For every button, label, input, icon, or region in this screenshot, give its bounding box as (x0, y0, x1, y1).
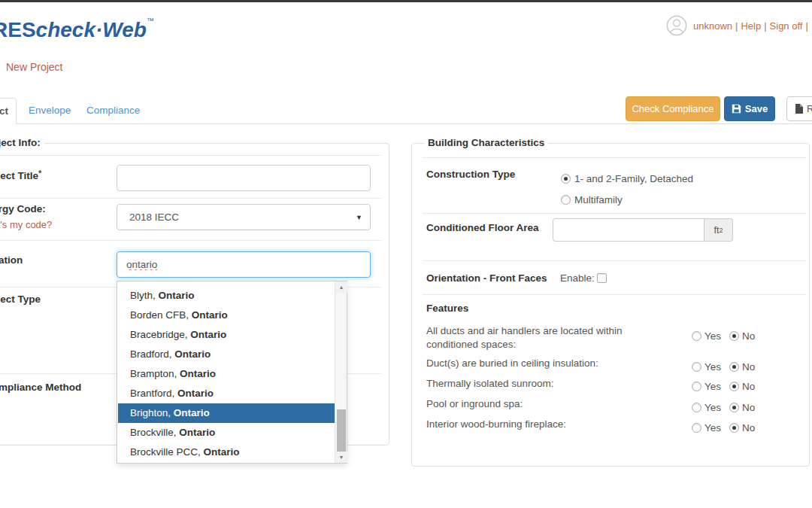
construction-type-option2-label[interactable]: Multifamily (574, 194, 623, 205)
feature-4-yes-radio[interactable] (692, 423, 701, 433)
feature-label-ducts-buried: Duct(s) are buried in ceiling insulation… (426, 357, 598, 370)
reports-button[interactable]: Re (786, 96, 812, 121)
construction-type-radio-multifamily[interactable] (561, 195, 571, 205)
location-suggestion[interactable]: Bracebridge, Ontario (118, 325, 335, 345)
project-info-legend: Project Info: (0, 137, 44, 148)
report-document-icon (795, 104, 803, 114)
whats-my-code-link[interactable]: What's my code? (0, 219, 52, 230)
construction-type-label: Construction Type (426, 169, 515, 180)
save-button[interactable]: Save (724, 96, 775, 121)
window-top-edge (0, 0, 812, 2)
energy-code-value: 2018 IECC (117, 211, 179, 223)
logo-trademark: ™ (147, 17, 154, 25)
divider (0, 198, 381, 199)
project-title-input[interactable] (117, 165, 371, 191)
feature-2-yes-radio[interactable] (692, 382, 701, 391)
floor-area-unit-addon: ft2 (704, 218, 733, 242)
feature-0-no-label[interactable]: No (742, 330, 755, 342)
scrollbar-thumb[interactable] (337, 409, 346, 452)
feature-0-yes-radio[interactable] (692, 331, 701, 341)
feature-2-yes-label[interactable]: Yes (704, 381, 721, 392)
save-label: Save (745, 103, 768, 114)
logo-text-res: RES (0, 18, 36, 41)
location-input[interactable] (117, 251, 371, 278)
tab-envelope[interactable]: Envelope (29, 105, 71, 116)
project-type-label: Project Type (0, 294, 41, 305)
feature-1-no-radio[interactable] (729, 362, 739, 372)
rescheck-web-logo: REScheck·Web™ (0, 17, 154, 42)
feature-4-no-label[interactable]: No (742, 422, 755, 433)
user-name-link[interactable]: unknown (693, 20, 732, 32)
feature-label-ducts-conditioned: All ducts and air handlers are located w… (426, 324, 674, 351)
tab-compliance[interactable]: Compliance (86, 105, 140, 116)
logo-text-checkweb: check·Web (36, 18, 147, 41)
energy-code-label: Energy Code: (0, 203, 46, 214)
location-suggestion[interactable]: Brampton, Ontario (118, 364, 335, 384)
separator: | (802, 20, 810, 32)
feature-2-no-label[interactable]: No (742, 381, 755, 392)
chevron-down-icon: ▼ (356, 214, 362, 221)
feature-1-no-label[interactable]: No (742, 361, 755, 373)
conditioned-floor-area-label: Conditioned Floor Area (426, 222, 539, 233)
divider (423, 260, 806, 261)
save-icon (732, 104, 741, 114)
feature-label-sunroom: Thermally isolated sunroom: (426, 377, 554, 391)
dropdown-scrollbar[interactable]: ▲ ▼ (335, 281, 347, 463)
feature-1-yes-radio[interactable] (692, 362, 701, 372)
building-characteristics-legend: Building Characteristics (424, 137, 548, 148)
location-suggestion[interactable]: Bradford, Ontario (118, 345, 335, 364)
divider (423, 157, 806, 158)
divider (423, 213, 806, 214)
help-link[interactable]: Help (741, 20, 761, 32)
feature-2-no-radio[interactable] (729, 382, 739, 391)
tabbar-border (0, 123, 812, 124)
conditioned-floor-area-input[interactable] (553, 218, 704, 242)
orientation-enable-label: Enable: (560, 272, 595, 284)
divider (423, 294, 806, 295)
separator: | (732, 20, 741, 32)
user-avatar-icon (666, 15, 687, 39)
scroll-down-icon[interactable]: ▼ (335, 452, 347, 463)
project-title-label: Project Title* (0, 169, 41, 181)
location-suggestion[interactable]: Brantford, Ontario (118, 384, 335, 403)
location-suggestion[interactable]: Borden CFB, Ontario (118, 306, 335, 325)
feature-3-no-radio[interactable] (729, 403, 739, 412)
feature-4-no-radio[interactable] (729, 423, 739, 433)
location-label: Location (0, 254, 23, 266)
location-suggestion[interactable]: Brockville, Ontario (118, 423, 335, 443)
required-asterisk: * (38, 169, 41, 178)
tab-project[interactable]: Project (0, 98, 17, 124)
scroll-up-icon[interactable]: ▲ (335, 281, 347, 293)
reports-label: Re (807, 103, 812, 114)
features-heading: Features (426, 303, 468, 314)
location-suggestion[interactable]: Brockville PCC, Ontario (118, 443, 335, 462)
divider (0, 240, 381, 241)
feature-0-no-radio[interactable] (729, 331, 739, 341)
feature-3-no-label[interactable]: No (742, 402, 755, 413)
feature-label-pool-spa: Pool or inground spa: (426, 397, 523, 411)
orientation-front-faces-label: Orientation - Front Faces (426, 272, 547, 284)
energy-code-select[interactable]: 2018 IECC ▼ (117, 204, 371, 230)
feature-3-yes-label[interactable]: Yes (704, 402, 721, 413)
feature-3-yes-radio[interactable] (692, 403, 701, 412)
construction-type-option1-label[interactable]: 1- and 2-Family, Detached (574, 173, 693, 184)
check-compliance-label: Check Compliance (632, 103, 714, 114)
feature-1-yes-label[interactable]: Yes (704, 361, 721, 373)
feature-0-yes-label[interactable]: Yes (704, 330, 721, 342)
orientation-enable-checkbox[interactable] (597, 273, 607, 283)
location-suggestion[interactable]: Blyth, Ontario (118, 286, 335, 306)
compliance-method-label: Compliance Method (0, 382, 81, 393)
location-suggestion-highlighted[interactable]: Brighton, Ontario (118, 403, 335, 423)
feature-4-yes-label[interactable]: Yes (704, 422, 721, 433)
check-compliance-button[interactable]: Check Compliance (626, 96, 720, 121)
sign-off-link[interactable]: Sign off (770, 20, 803, 32)
new-project-link[interactable]: New Project (6, 61, 62, 73)
location-suggestions-dropdown: Blyth, Ontario Borden CFB, Ontario Brace… (117, 281, 347, 464)
rescheck-web-window: REScheck·Web™ unknown|Help|Sign off| New… (0, 0, 812, 508)
feature-label-fireplace: Interior wood-burning fireplace: (426, 418, 566, 431)
divider (0, 155, 381, 156)
separator: | (761, 20, 769, 32)
construction-type-radio-family-detached[interactable] (561, 174, 571, 184)
